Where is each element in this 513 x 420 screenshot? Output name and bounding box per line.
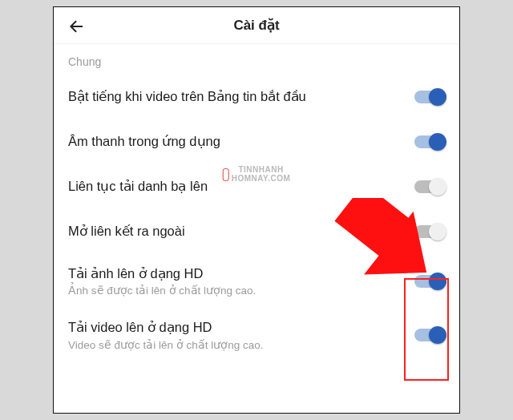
back-button[interactable] [67,17,86,36]
setting-label: Bật tiếng khi video trên Bảng tin bắt đầ… [68,88,405,105]
setting-row-contact-upload[interactable]: Liên tục tải danh bạ lên [54,164,459,209]
setting-label: Tải video lên ở dạng HD [68,319,405,336]
settings-screen: Cài đặt Chung Bật tiếng khi video trên B… [53,6,460,414]
toggle-contact-upload[interactable] [414,180,445,193]
setting-label: Liên tục tải danh bạ lên [68,178,405,195]
header: Cài đặt [54,7,459,44]
setting-label: Mở liên kết ra ngoài [68,223,405,240]
setting-row-upload-photo-hd[interactable]: Tải ảnh lên ở dạng HD Ảnh sẽ được tải lê… [54,254,459,308]
setting-sublabel: Ảnh sẽ được tải lên ở chất lượng cao. [68,284,405,297]
setting-label: Tải ảnh lên ở dạng HD [68,265,405,282]
setting-row-external-links[interactable]: Mở liên kết ra ngoài [54,209,459,254]
section-label: Chung [54,44,459,75]
toggle-external-links[interactable] [414,225,445,238]
setting-label: Âm thanh trong ứng dụng [68,133,405,150]
page-title: Cài đặt [54,17,459,34]
setting-row-sound-newsfeed-video[interactable]: Bật tiếng khi video trên Bảng tin bắt đầ… [54,75,459,119]
toggle-in-app-sound[interactable] [414,135,445,148]
toggle-upload-photo-hd[interactable] [414,275,445,288]
arrow-left-icon [67,17,86,36]
setting-row-upload-video-hd[interactable]: Tải video lên ở dạng HD Video sẽ được tả… [54,308,459,361]
toggle-upload-video-hd[interactable] [414,329,445,341]
setting-row-in-app-sound[interactable]: Âm thanh trong ứng dụng [54,119,459,164]
toggle-sound-newsfeed-video[interactable] [414,91,445,103]
setting-sublabel: Video sẽ được tải lên ở chất lượng cao. [68,338,405,351]
